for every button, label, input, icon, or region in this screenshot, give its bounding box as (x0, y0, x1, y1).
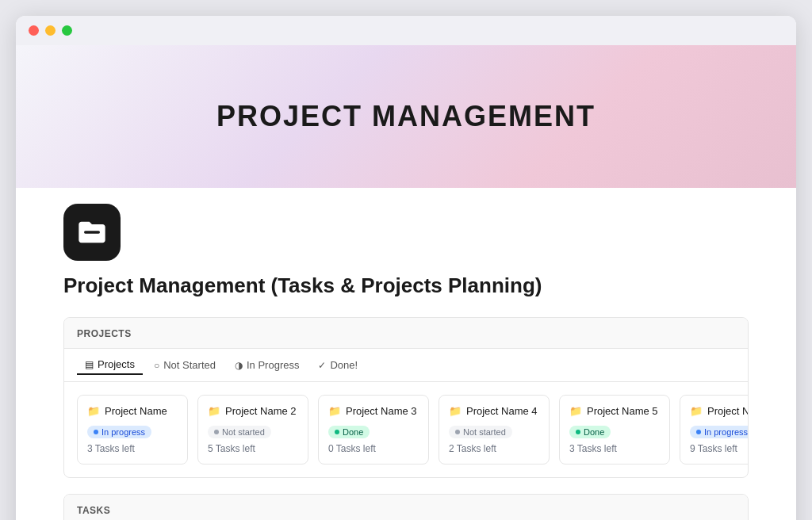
tab-in-progress[interactable]: ◑ In Progress (227, 356, 307, 374)
table-icon: ▤ (85, 359, 94, 370)
tasks-left-1: 3 Tasks left (87, 443, 178, 454)
project-card-6[interactable]: 📁 Project Name 6 In progress 9 Tasks lef… (680, 395, 748, 465)
status-dot-5 (576, 430, 580, 434)
tasks-section-label: TASKS (77, 505, 110, 516)
status-badge-3: Done (328, 426, 370, 438)
project-card-5[interactable]: 📁 Project Name 5 Done 3 Tasks left (559, 395, 670, 465)
project-card-5-name: 📁 Project Name 5 (569, 405, 660, 417)
project-card-1[interactable]: 📁 Project Name In progress 3 Tasks left (77, 395, 188, 465)
tab-done[interactable]: ✓ Done! (310, 356, 366, 374)
tab-projects-label: Projects (98, 358, 135, 370)
project-card-1-name: 📁 Project Name (87, 405, 178, 417)
folder-icon (76, 216, 108, 248)
project-card-3-name: 📁 Project Name 3 (328, 405, 419, 417)
tab-not-started[interactable]: ○ Not Started (146, 356, 224, 374)
status-dot-2 (214, 430, 219, 434)
hero-title: PROJECT MANAGEMENT (216, 100, 596, 133)
titlebar (16, 16, 796, 45)
project-card-3[interactable]: 📁 Project Name 3 Done 0 Tasks left (318, 395, 429, 465)
project-folder-icon-6: 📁 (690, 405, 703, 417)
project-card-2[interactable]: 📁 Project Name 2 Not started 5 Tasks lef… (197, 395, 308, 465)
status-dot-3 (335, 430, 339, 434)
projects-tabs: ▤ Projects ○ Not Started ◑ In Progress ✓… (64, 349, 748, 382)
project-card-2-name: 📁 Project Name 2 (208, 405, 298, 417)
page-icon (63, 204, 121, 261)
project-card-6-name: 📁 Project Name 6 (690, 405, 748, 417)
project-folder-icon-4: 📁 (449, 405, 462, 417)
status-badge-2: Not started (208, 426, 271, 438)
project-folder-icon-3: 📁 (328, 405, 341, 417)
hero-banner: PROJECT MANAGEMENT (16, 45, 796, 188)
close-button[interactable] (29, 25, 39, 36)
tasks-left-4: 2 Tasks left (449, 443, 539, 454)
maximize-button[interactable] (62, 25, 72, 36)
projects-section-header: PROJECTS (64, 318, 748, 349)
status-dot-1 (94, 430, 98, 434)
page-title: Project Management (Tasks & Projects Pla… (63, 273, 749, 298)
status-badge-1: In progress (87, 426, 151, 438)
project-card-4[interactable]: 📁 Project Name 4 Not started 2 Tasks lef… (439, 395, 550, 465)
status-badge-4: Not started (449, 426, 512, 438)
project-folder-icon-2: 📁 (208, 405, 220, 417)
app-window: PROJECT MANAGEMENT Project Management (T… (16, 16, 796, 520)
tasks-left-2: 5 Tasks left (208, 443, 298, 454)
tasks-section-header: TASKS (64, 495, 748, 520)
svg-rect-0 (84, 231, 100, 233)
project-folder-icon-5: 📁 (569, 405, 582, 417)
projects-section-label: PROJECTS (77, 328, 132, 339)
project-folder-icon-1: 📁 (87, 405, 100, 417)
tab-projects[interactable]: ▤ Projects (77, 355, 143, 375)
status-badge-5: Done (569, 426, 611, 438)
half-circle-icon: ◑ (235, 360, 243, 371)
tasks-section: TASKS N NotionGot ⊟ Table ▦ Kanban (63, 494, 749, 520)
project-card-4-name: 📁 Project Name 4 (449, 405, 539, 417)
tab-not-started-label: Not Started (163, 359, 216, 371)
tab-done-label: Done! (330, 359, 358, 371)
projects-section: PROJECTS ▤ Projects ○ Not Started ◑ In P… (63, 317, 749, 478)
status-dot-6 (696, 430, 701, 434)
tasks-left-6: 9 Tasks left (690, 443, 748, 454)
minimize-button[interactable] (45, 25, 56, 36)
circle-icon: ○ (154, 360, 159, 371)
tab-in-progress-label: In Progress (247, 359, 299, 371)
status-dot-4 (455, 430, 460, 434)
status-badge-6: In progress (690, 426, 748, 438)
projects-grid: 📁 Project Name In progress 3 Tasks left … (64, 382, 748, 477)
tasks-left-5: 3 Tasks left (569, 443, 660, 454)
main-content: Project Management (Tasks & Projects Pla… (16, 188, 796, 520)
tasks-left-3: 0 Tasks left (328, 443, 419, 454)
check-icon: ✓ (318, 360, 326, 371)
